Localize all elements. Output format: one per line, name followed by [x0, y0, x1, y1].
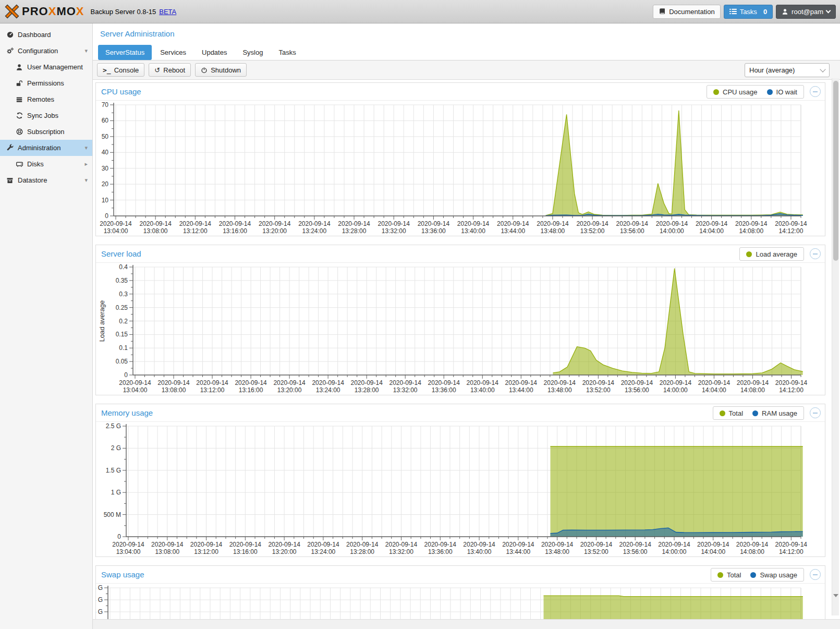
collapse-panel-icon[interactable]	[810, 248, 821, 259]
x-tick-date: 2020-09-14	[307, 541, 339, 548]
chevron-down-icon[interactable]: ▾	[84, 47, 88, 54]
legend-item[interactable]: CPU usage	[713, 88, 757, 96]
x-tick-date: 2020-09-14	[350, 379, 383, 386]
shutdown-button[interactable]: Shutdown	[195, 63, 247, 77]
documentation-button[interactable]: Documentation	[653, 5, 720, 19]
y-tick-label: 0.15	[116, 331, 128, 338]
y-tick-label: 3.5 G	[96, 608, 103, 615]
legend-item[interactable]: IO wait	[767, 88, 797, 96]
x-tick-time: 14:08:00	[740, 386, 765, 394]
x-tick-time: 14:04:00	[701, 548, 725, 555]
x-tick-date: 2020-09-14	[119, 379, 151, 386]
y-tick-label: 0.4	[119, 263, 128, 271]
sidebar-item-configuration[interactable]: Configuration▾	[0, 43, 92, 59]
gauge-icon	[6, 31, 14, 39]
reboot-button[interactable]: ↺ Reboot	[149, 63, 191, 77]
x-tick-date: 2020-09-14	[385, 541, 418, 548]
chevron-down-icon[interactable]: ▾	[84, 144, 88, 151]
panel-title-swap-usage: Swap usage	[101, 570, 144, 579]
x-tick-time: 13:40:00	[461, 227, 485, 235]
legend-item[interactable]: Swap usage	[750, 571, 797, 579]
tab-updates[interactable]: Updates	[194, 45, 234, 60]
scrollbar-thumb[interactable]	[833, 81, 838, 261]
sidebar-item-label: User Management	[27, 63, 83, 71]
user-menu-button[interactable]: root@pam	[776, 5, 836, 19]
x-tick-time: 14:12:00	[779, 227, 804, 235]
x-tick-date: 2020-09-14	[698, 379, 731, 386]
legend-dot-icon	[713, 89, 719, 95]
server-icon	[15, 95, 23, 104]
x-tick-time: 13:20:00	[272, 548, 297, 555]
scrollbar-down-arrow[interactable]	[832, 590, 839, 601]
horizontal-scrollbar[interactable]	[93, 619, 840, 629]
y-tick-label: 1.5 G	[106, 467, 121, 474]
sidebar-item-datastore[interactable]: Datastore▾	[0, 172, 92, 188]
power-icon	[201, 67, 208, 74]
sidebar-item-dashboard[interactable]: Dashboard	[0, 27, 92, 43]
timeframe-select[interactable]: Hour (average)	[745, 63, 830, 77]
logo-text: PROXMOX	[22, 5, 84, 18]
legend-label: Total	[729, 409, 743, 417]
sidebar-item-sync-jobs[interactable]: Sync Jobs	[0, 107, 92, 124]
vertical-scrollbar[interactable]	[832, 78, 839, 615]
sidebar-item-administration[interactable]: Administration▾	[0, 140, 92, 156]
legend-item[interactable]: Load average	[746, 250, 797, 258]
x-tick-date: 2020-09-14	[229, 541, 262, 548]
sidebar-item-label: Administration	[18, 144, 60, 152]
sidebar-item-subscription[interactable]: Subscription	[0, 124, 92, 140]
x-tick-date: 2020-09-14	[298, 220, 331, 227]
y-tick-label: 0.1	[119, 344, 128, 352]
tab-tasks[interactable]: Tasks	[271, 45, 303, 60]
tab-strip: ServerStatusServicesUpdatesSyslogTasks	[93, 43, 840, 61]
y-tick-label: 2 G	[111, 444, 121, 452]
x-tick-time: 13:32:00	[389, 548, 413, 555]
terminal-icon: >_	[103, 67, 111, 74]
chevron-right-icon[interactable]: ▸	[84, 161, 88, 167]
collapse-panel-icon[interactable]	[810, 407, 821, 418]
sidebar-item-permissions[interactable]: Permissions	[0, 75, 92, 91]
tasks-button[interactable]: Tasks 0	[724, 5, 773, 19]
sidebar-item-remotes[interactable]: Remotes	[0, 91, 92, 107]
support-icon	[15, 128, 23, 136]
legend-item[interactable]: Total	[720, 409, 743, 417]
x-tick-date: 2020-09-14	[697, 541, 729, 548]
page-title: Server Administration	[100, 29, 175, 38]
reboot-label: Reboot	[163, 66, 185, 74]
panel-server-load: Server loadLoad average00.050.10.150.20.…	[95, 245, 825, 395]
legend-dot-icon	[717, 572, 723, 578]
collapse-panel-icon[interactable]	[810, 569, 821, 580]
x-tick-time: 13:24:00	[302, 227, 327, 235]
x-tick-date: 2020-09-14	[112, 541, 144, 548]
x-tick-date: 2020-09-14	[424, 541, 457, 548]
tab-serverstatus[interactable]: ServerStatus	[98, 45, 152, 60]
collapse-panel-icon[interactable]	[810, 86, 821, 97]
y-tick-label: 0.05	[116, 358, 128, 365]
tab-services[interactable]: Services	[153, 45, 193, 60]
tab-syslog[interactable]: Syslog	[235, 45, 270, 60]
legend-label: Swap usage	[760, 571, 797, 579]
sidebar-item-label: Remotes	[27, 95, 54, 103]
x-tick-time: 13:32:00	[382, 227, 406, 235]
x-tick-date: 2020-09-14	[580, 541, 613, 548]
x-tick-date: 2020-09-14	[346, 541, 379, 548]
task-list-icon	[729, 8, 737, 15]
legend-item[interactable]: Total	[717, 571, 741, 579]
x-tick-date: 2020-09-14	[312, 379, 344, 386]
panel-title-cpu-usage: CPU usage	[101, 87, 141, 96]
legend-dot-icon	[750, 572, 756, 578]
x-tick-time: 13:12:00	[200, 386, 225, 394]
x-tick-time: 13:48:00	[547, 386, 572, 394]
chevron-down-icon[interactable]: ▾	[84, 177, 88, 184]
x-tick-time: 13:28:00	[350, 548, 374, 555]
sidebar-item-user-management[interactable]: User Management	[0, 59, 92, 75]
x-tick-time: 14:12:00	[779, 386, 804, 394]
sidebar-item-disks[interactable]: Disks▸	[0, 156, 92, 172]
x-tick-time: 14:04:00	[702, 386, 726, 394]
x-tick-date: 2020-09-14	[502, 541, 534, 548]
console-label: Console	[114, 66, 139, 74]
x-tick-date: 2020-09-14	[544, 379, 576, 386]
x-tick-time: 13:08:00	[155, 548, 179, 555]
beta-link[interactable]: BETA	[159, 8, 176, 16]
console-button[interactable]: >_ Console	[97, 63, 144, 77]
legend-item[interactable]: RAM usage	[752, 409, 797, 417]
